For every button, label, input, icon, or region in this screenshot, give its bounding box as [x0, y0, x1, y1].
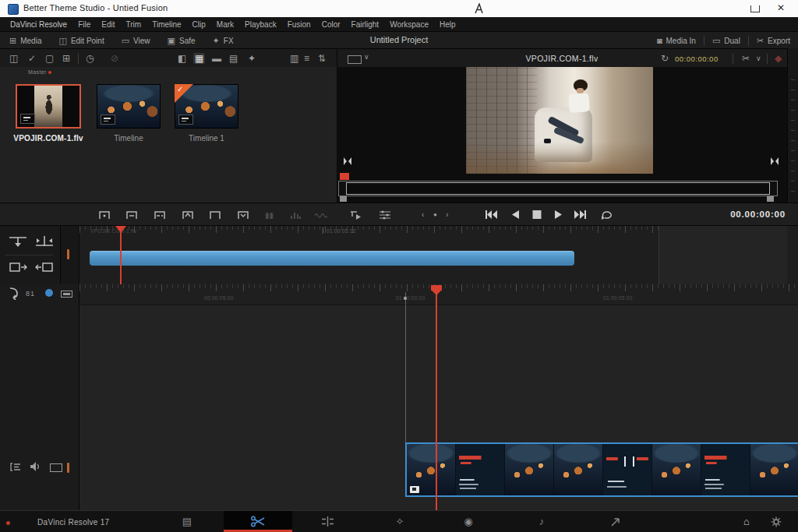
menu-item-workspace[interactable]: Workspace	[384, 20, 434, 29]
snap-hook-icon[interactable]	[8, 287, 19, 300]
media-in-button[interactable]: ◙Media In	[657, 37, 696, 45]
monitor-icon[interactable]	[50, 463, 62, 472]
jog-left-icon[interactable]: ‹	[422, 210, 424, 219]
timeline-clip-frame[interactable]	[701, 444, 750, 495]
smart-sort-icon[interactable]: ✦	[248, 53, 256, 64]
stop-button[interactable]	[532, 210, 542, 220]
media-clip-thumbnail[interactable]	[16, 84, 81, 129]
marker-color-dot[interactable]	[45, 289, 53, 297]
menu-item-mark[interactable]: Mark	[211, 20, 239, 29]
goto-start-button[interactable]	[485, 210, 497, 220]
page-fairlight[interactable]: ♪	[518, 511, 565, 532]
timeline-thumbnail[interactable]: ✓	[175, 84, 238, 129]
goto-out-marker-icon[interactable]	[770, 154, 779, 168]
menu-item-fusion[interactable]: Fusion	[282, 20, 316, 29]
video-frame[interactable]	[466, 67, 653, 174]
recent-clips-icon[interactable]: ◷	[86, 53, 94, 64]
refresh-icon[interactable]: ↻	[661, 53, 669, 64]
viewer-source-dropdown[interactable]	[348, 55, 362, 64]
goto-end-button[interactable]	[574, 210, 587, 220]
page-deliver[interactable]	[592, 511, 639, 532]
menu-item-file[interactable]: File	[72, 20, 96, 29]
mini-timeline-clip[interactable]	[90, 251, 574, 266]
ripple-overwrite-icon[interactable]	[153, 210, 167, 220]
menu-item-playback[interactable]: Playback	[239, 20, 282, 29]
roll-edit-tool-icon[interactable]	[8, 262, 28, 274]
mini-playhead-handle[interactable]	[115, 226, 126, 233]
trim-out-tool-icon[interactable]	[34, 235, 55, 248]
right-scroll-strip[interactable]	[787, 48, 798, 203]
viewer-zoom-range[interactable]	[346, 182, 770, 195]
fx-button[interactable]: ✦FX	[213, 37, 234, 45]
list-view-icon[interactable]: ▤	[229, 53, 238, 64]
mini-playhead[interactable]	[120, 227, 122, 284]
close-up-icon[interactable]	[181, 210, 195, 220]
source-overwrite-icon[interactable]	[236, 210, 250, 220]
edit-point-button[interactable]: ◫Edit Point	[58, 37, 104, 45]
chevron-down-icon[interactable]: ∨	[756, 53, 761, 64]
zoom-grip-left[interactable]	[340, 196, 347, 202]
grid-view-icon[interactable]: ▦	[193, 53, 205, 64]
menu-item-clip[interactable]: Clip	[187, 20, 211, 29]
append-icon[interactable]	[125, 210, 139, 220]
track-index-icon[interactable]	[9, 462, 22, 472]
page-fusion[interactable]: ✧	[376, 511, 423, 532]
page-media[interactable]: ▤	[164, 511, 210, 532]
record-diamond-icon[interactable]: ◆	[775, 53, 782, 64]
add-bin-icon[interactable]: ⊞	[62, 53, 70, 64]
menu-item-timeline[interactable]: Timeline	[147, 20, 186, 29]
step-back-button[interactable]	[511, 210, 520, 220]
tool-preview-icon[interactable]	[349, 210, 362, 220]
timeline-clip-frame[interactable]	[750, 444, 798, 495]
timeline-clip-frame[interactable]	[456, 444, 505, 495]
dual-screen-button[interactable]: ▭Dual	[712, 37, 740, 45]
safe-area-button[interactable]: ▣Safe	[168, 37, 196, 45]
board-view-icon[interactable]: ▥	[290, 53, 298, 64]
more-options-icon[interactable]: ≡	[304, 53, 309, 64]
trim-in-tool-icon[interactable]	[8, 235, 28, 248]
place-on-top-icon[interactable]	[208, 210, 222, 220]
settings-button[interactable]	[753, 511, 798, 532]
checkmark-icon[interactable]: ✓	[28, 53, 36, 64]
timeline-playhead-handle[interactable]	[431, 285, 442, 291]
panel-toggle-icon[interactable]: ◫	[9, 53, 18, 64]
menu-item-davinci-resolve[interactable]: DaVinci Resolve	[5, 20, 72, 29]
speaker-icon[interactable]	[30, 461, 41, 472]
tools-scissors-icon[interactable]: ✂	[742, 53, 750, 64]
menu-item-fairlight[interactable]: Fairlight	[346, 20, 385, 29]
timeline-video-clip[interactable]	[405, 442, 798, 497]
strip-view-icon[interactable]: ◧	[178, 53, 186, 64]
letterbox-icon[interactable]	[61, 291, 72, 298]
zoom-grip-right[interactable]	[767, 196, 774, 202]
smart-insert-icon[interactable]	[97, 210, 111, 220]
bar-view-icon[interactable]: ▬	[212, 53, 221, 64]
jog-right-icon[interactable]: ›	[446, 210, 448, 219]
flag-counter-badge[interactable]: 81	[26, 290, 35, 298]
timeline-clip-frame[interactable]	[603, 444, 652, 495]
close-button[interactable]: ✕	[777, 2, 785, 13]
sort-order-icon[interactable]: ⇅	[318, 53, 326, 64]
mixer-icon[interactable]	[379, 210, 391, 220]
menu-item-trim[interactable]: Trim	[121, 20, 147, 29]
page-color[interactable]: ◉	[445, 511, 492, 532]
view-mode-button[interactable]: ▭View	[122, 37, 150, 45]
goto-in-marker-icon[interactable]	[343, 154, 352, 168]
jog-dot-icon[interactable]: ●	[433, 211, 437, 218]
play-button[interactable]	[554, 210, 563, 220]
media-clip-thumbnail[interactable]	[97, 84, 161, 129]
slip-edit-tool-icon[interactable]	[34, 262, 55, 274]
timeline-playhead[interactable]	[436, 285, 437, 516]
page-edit[interactable]	[304, 511, 351, 532]
add-file-icon[interactable]: ▢	[45, 53, 54, 64]
menu-item-help[interactable]: Help	[434, 20, 461, 29]
import-media-button[interactable]: ⊞Media	[9, 37, 41, 45]
menu-item-color[interactable]: Color	[316, 20, 346, 29]
timeline-clip-frame[interactable]	[505, 444, 554, 495]
chevron-down-icon[interactable]: ∨	[364, 53, 369, 61]
timeline-clip-frame[interactable]	[554, 444, 603, 495]
maximize-button[interactable]	[750, 5, 760, 12]
menu-item-edit[interactable]: Edit	[96, 20, 120, 29]
loop-button[interactable]	[600, 210, 614, 220]
timeline-clip-frame[interactable]	[652, 444, 701, 495]
quick-export-button[interactable]: ✂Export	[757, 37, 790, 45]
